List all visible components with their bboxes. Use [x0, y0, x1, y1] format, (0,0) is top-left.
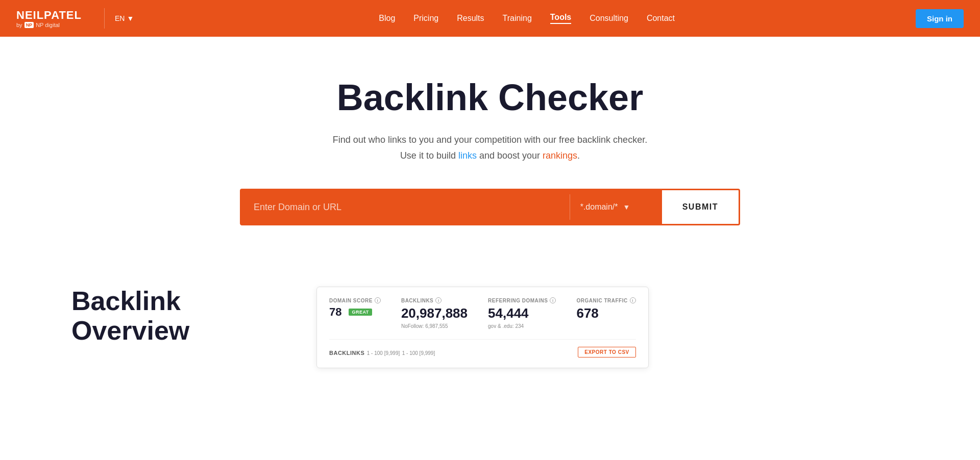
- page-title: Backlink Checker: [337, 78, 643, 118]
- logo[interactable]: NEILPATEL by NP NP digital: [16, 9, 82, 28]
- table-label: BACKLINKS: [329, 350, 364, 356]
- sign-in-button[interactable]: Sign in: [916, 9, 964, 28]
- navbar: NEILPATEL by NP NP digital EN ▼ Blog Pri…: [0, 0, 980, 37]
- search-input[interactable]: [241, 190, 570, 224]
- subtitle-line2: Use it to build links and boost your ran…: [400, 150, 580, 161]
- rankings-link: rankings: [543, 150, 577, 161]
- nav-divider: [104, 8, 105, 29]
- backlinks-sub: NoFollow: 6,987,555: [401, 323, 468, 329]
- referring-domains-label: REFERRING DOMAINS i: [488, 297, 556, 303]
- language-selector[interactable]: EN ▼: [115, 14, 134, 22]
- logo-by: by: [16, 22, 22, 28]
- logo-brand: NP digital: [36, 22, 60, 28]
- card-table-header: BACKLINKS 1 - 100 [9,999] 1 - 100 [9,999…: [329, 339, 636, 357]
- nav-results[interactable]: Results: [457, 14, 484, 23]
- nav-contact[interactable]: Contact: [647, 14, 675, 23]
- chevron-down-icon: ▼: [623, 203, 630, 211]
- search-form: *.domain/* ▼ SUBMIT: [240, 189, 740, 225]
- overview-card: DOMAIN SCORE i 78 GREAT BACKLINKS i 20,9…: [316, 287, 649, 368]
- table-info: BACKLINKS 1 - 100 [9,999] 1 - 100 [9,999…: [329, 348, 435, 357]
- links-link: links: [458, 150, 477, 161]
- submit-button[interactable]: SUBMIT: [662, 190, 739, 224]
- info-icon: i: [630, 297, 636, 303]
- nav-pricing[interactable]: Pricing: [413, 14, 438, 23]
- organic-traffic-stat: ORGANIC TRAFFIC i 678: [576, 297, 635, 329]
- domain-score-stat: DOMAIN SCORE i 78 GREAT: [329, 297, 381, 329]
- info-icon: i: [550, 297, 556, 303]
- organic-traffic-value: 678: [576, 305, 635, 321]
- backlinks-label: BACKLINKS i: [401, 297, 468, 303]
- great-badge: GREAT: [349, 309, 372, 316]
- table-range-text: 1 - 100 [9,999]: [402, 350, 435, 356]
- hero-subtitle: Find out who links to you and your compe…: [333, 132, 647, 163]
- overview-left: Backlink Overview: [71, 287, 276, 345]
- referring-domains-sub: gov & .edu: 234: [488, 323, 556, 329]
- nav-right: Sign in: [916, 9, 964, 28]
- language-label: EN: [115, 14, 125, 22]
- info-icon: i: [375, 297, 381, 303]
- referring-domains-value: 54,444: [488, 305, 556, 321]
- chevron-down-icon: ▼: [127, 14, 134, 22]
- overview-title: Backlink Overview: [71, 287, 276, 345]
- domain-score-value: 78: [329, 305, 341, 319]
- nav-training[interactable]: Training: [503, 14, 532, 23]
- score-row: 78 GREAT: [329, 305, 381, 319]
- table-range: 1 - 100 [9,999]: [367, 350, 400, 356]
- backlinks-value: 20,987,888: [401, 305, 468, 321]
- domain-filter-dropdown[interactable]: *.domain/* ▼: [570, 190, 662, 224]
- nav-tools[interactable]: Tools: [550, 13, 571, 24]
- overview-section: Backlink Overview DOMAIN SCORE i 78 GREA…: [0, 256, 980, 389]
- logo-sub: by NP NP digital: [16, 22, 60, 28]
- nav-consulting[interactable]: Consulting: [590, 14, 628, 23]
- backlinks-stat: BACKLINKS i 20,987,888 NoFollow: 6,987,5…: [401, 297, 468, 329]
- np-box: NP: [24, 22, 34, 28]
- info-icon: i: [435, 297, 442, 303]
- logo-text: NEILPATEL: [16, 9, 82, 22]
- dropdown-value: *.domain/*: [580, 202, 618, 212]
- subtitle-line1: Find out who links to you and your compe…: [333, 135, 647, 145]
- organic-traffic-label: ORGANIC TRAFFIC i: [576, 297, 635, 303]
- nav-links: Blog Pricing Results Training Tools Cons…: [138, 13, 916, 24]
- referring-domains-stat: REFERRING DOMAINS i 54,444 gov & .edu: 2…: [488, 297, 556, 329]
- export-csv-button[interactable]: EXPORT TO CSV: [578, 347, 635, 357]
- nav-blog[interactable]: Blog: [379, 14, 395, 23]
- domain-score-label: DOMAIN SCORE i: [329, 297, 381, 303]
- hero-section: Backlink Checker Find out who links to y…: [0, 37, 980, 256]
- stats-row: DOMAIN SCORE i 78 GREAT BACKLINKS i 20,9…: [329, 297, 636, 329]
